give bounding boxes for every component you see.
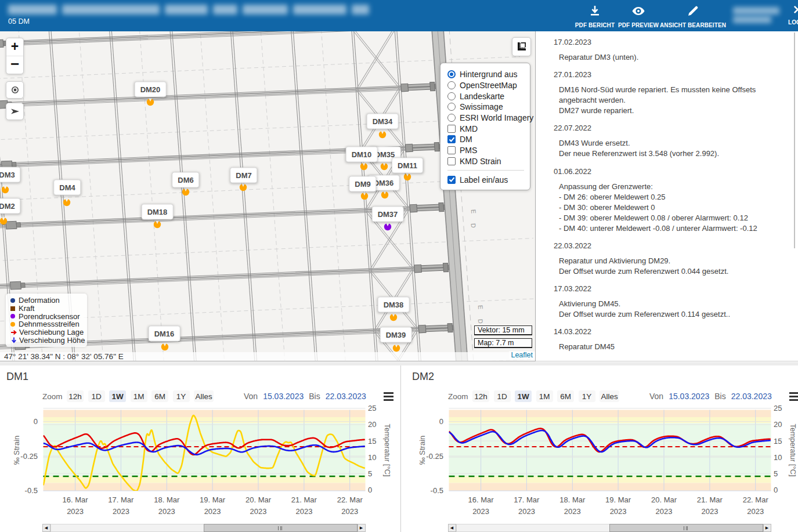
svg-text:25: 25 (368, 404, 376, 412)
svg-text:2023: 2023 (158, 507, 175, 516)
svg-text:2023: 2023 (67, 507, 84, 516)
svg-text:2023: 2023 (204, 507, 221, 516)
svg-text:22. Mar: 22. Mar (743, 495, 769, 504)
svg-text:0: 0 (34, 417, 38, 426)
svg-text:2023: 2023 (113, 507, 129, 516)
svg-text:17. Mar: 17. Mar (108, 495, 134, 504)
svg-text:2023: 2023 (564, 507, 581, 516)
svg-text:16. Mar: 16. Mar (63, 495, 89, 504)
svg-text:21. Mar: 21. Mar (291, 495, 317, 504)
svg-text:19. Mar: 19. Mar (200, 495, 226, 504)
svg-text:D: D (470, 223, 478, 228)
svg-text:5: 5 (368, 469, 372, 478)
svg-text:‰ Strain: ‰ Strain (418, 436, 427, 465)
svg-text:D: D (477, 319, 485, 324)
svg-text:20: 20 (774, 420, 782, 429)
svg-text:-0.25: -0.25 (426, 452, 443, 461)
svg-text:2023: 2023 (518, 507, 535, 516)
svg-text:21. Mar: 21. Mar (697, 495, 723, 504)
svg-text:20. Mar: 20. Mar (245, 495, 272, 504)
svg-text:E: E (470, 209, 478, 214)
svg-text:5: 5 (774, 469, 778, 478)
svg-text:10: 10 (368, 453, 376, 462)
svg-text:Temperatur [°C]: Temperatur [°C] (789, 424, 797, 476)
svg-text:2023: 2023 (341, 507, 358, 516)
svg-text:18. Mar: 18. Mar (154, 495, 180, 504)
svg-text:17. Mar: 17. Mar (514, 495, 540, 504)
svg-text:15: 15 (368, 437, 376, 446)
svg-text:19. Mar: 19. Mar (605, 495, 631, 504)
svg-text:20: 20 (368, 420, 376, 429)
svg-text:2023: 2023 (472, 507, 489, 516)
svg-text:Temperatur [°C]: Temperatur [°C] (383, 424, 392, 476)
svg-text:25: 25 (774, 404, 782, 412)
svg-text:18. Mar: 18. Mar (559, 495, 586, 504)
svg-text:0: 0 (774, 486, 778, 494)
svg-text:0: 0 (439, 417, 443, 426)
svg-text:0: 0 (368, 486, 372, 494)
svg-text:-0.5: -0.5 (25, 486, 38, 495)
svg-text:2023: 2023 (747, 507, 764, 516)
svg-text:-0.5: -0.5 (431, 486, 443, 495)
svg-text:15: 15 (774, 437, 782, 446)
svg-text:10: 10 (774, 453, 782, 462)
svg-text:2023: 2023 (610, 507, 627, 516)
svg-text:22. Mar: 22. Mar (337, 495, 363, 504)
svg-text:20. Mar: 20. Mar (651, 495, 677, 504)
svg-text:‰ Strain: ‰ Strain (12, 436, 21, 465)
svg-text:2023: 2023 (295, 507, 312, 516)
svg-text:-0.25: -0.25 (20, 452, 38, 461)
svg-text:E: E (477, 305, 485, 310)
svg-text:16. Mar: 16. Mar (468, 495, 494, 504)
svg-text:2023: 2023 (656, 507, 673, 516)
svg-text:2023: 2023 (250, 507, 267, 516)
svg-text:2023: 2023 (701, 507, 718, 516)
